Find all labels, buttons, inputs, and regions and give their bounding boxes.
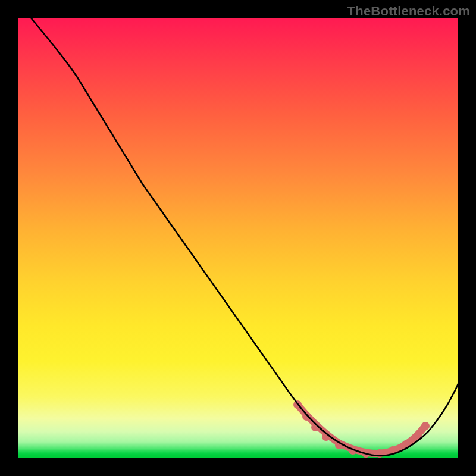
bottleneck-curve-path	[31, 18, 458, 456]
plot-area	[18, 18, 458, 458]
marker-dot	[421, 422, 430, 430]
watermark-text: TheBottleneck.com	[347, 4, 470, 19]
bottleneck-chart	[18, 18, 458, 458]
chart-frame: TheBottleneck.com	[0, 0, 476, 476]
